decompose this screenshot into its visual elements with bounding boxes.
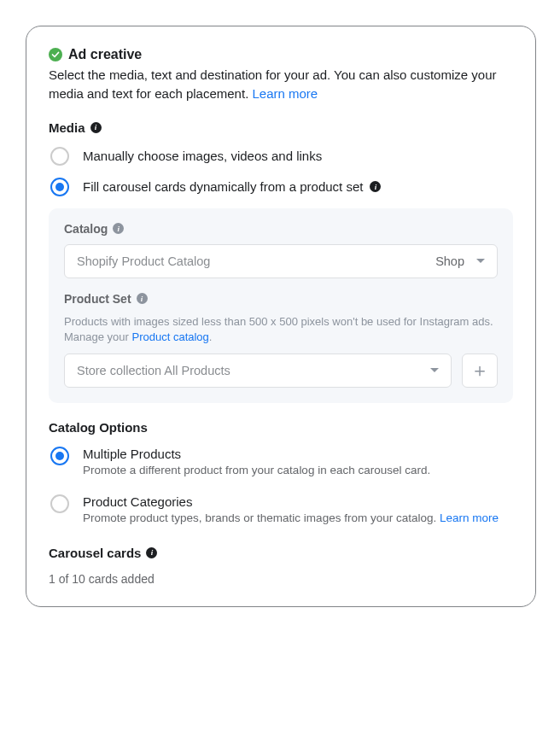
catalog-select[interactable]: Shopify Product Catalog Shop bbox=[64, 244, 498, 278]
carousel-cards-label: Carousel cards i bbox=[49, 546, 513, 560]
catalog-option-content: Multiple Products Promote a different pr… bbox=[83, 447, 513, 479]
panel-description: Select the media, text and destination f… bbox=[49, 66, 513, 103]
catalog-option-categories-desc-text: Promote product types, brands or themati… bbox=[83, 511, 440, 524]
radio-button[interactable] bbox=[50, 147, 69, 166]
media-option-manual[interactable]: Manually choose images, videos and links bbox=[49, 147, 513, 166]
catalog-option-multiple-desc: Promote a different product from your ca… bbox=[83, 463, 513, 479]
plus-icon: ＋ bbox=[470, 358, 489, 383]
carousel-cards-label-text: Carousel cards bbox=[49, 546, 141, 560]
product-set-row: Store collection All Products ＋ bbox=[64, 354, 498, 388]
info-icon[interactable]: i bbox=[370, 181, 381, 192]
media-option-dynamic-text: Fill carousel cards dynamically from a p… bbox=[83, 179, 363, 194]
panel-title: Ad creative bbox=[68, 47, 142, 62]
catalog-badge: Shop bbox=[435, 254, 464, 268]
product-set-label: Product Set i bbox=[64, 292, 498, 306]
ad-creative-panel: Ad creative Select the media, text and d… bbox=[26, 26, 536, 607]
product-set-description: Products with images sized less than 500… bbox=[64, 314, 498, 345]
info-icon[interactable]: i bbox=[113, 223, 124, 234]
media-option-manual-label: Manually choose images, videos and links bbox=[83, 149, 322, 163]
info-icon[interactable]: i bbox=[146, 547, 157, 558]
learn-more-link[interactable]: Learn more bbox=[440, 511, 499, 524]
product-set-label-text: Product Set bbox=[64, 292, 131, 306]
catalog-select-right: Shop bbox=[435, 254, 485, 268]
catalog-option-categories-desc: Promote product types, brands or themati… bbox=[83, 511, 513, 527]
catalog-select-value: Shopify Product Catalog bbox=[77, 254, 210, 268]
media-label-text: Media bbox=[49, 120, 85, 135]
chevron-down-icon bbox=[430, 368, 439, 372]
product-catalog-link[interactable]: Product catalog bbox=[132, 330, 209, 343]
check-circle-icon bbox=[49, 48, 62, 61]
add-product-set-button[interactable]: ＋ bbox=[462, 354, 498, 388]
catalog-option-multiple-title: Multiple Products bbox=[83, 447, 513, 461]
catalog-option-categories-title: Product Categories bbox=[83, 494, 513, 509]
product-set-select[interactable]: Store collection All Products bbox=[64, 354, 452, 388]
radio-button[interactable] bbox=[50, 494, 69, 513]
media-label: Media i bbox=[49, 120, 513, 135]
carousel-cards-status: 1 of 10 cards added bbox=[49, 572, 513, 586]
product-set-desc-prefix: Products with images sized less than 500… bbox=[64, 315, 493, 343]
chevron-down-icon bbox=[476, 259, 485, 263]
catalog-label: Catalog i bbox=[64, 222, 498, 236]
product-set-select-value: Store collection All Products bbox=[77, 364, 230, 377]
media-option-dynamic-label: Fill carousel cards dynamically from a p… bbox=[83, 179, 381, 194]
catalog-option-multiple[interactable]: Multiple Products Promote a different pr… bbox=[49, 447, 513, 479]
catalog-option-categories[interactable]: Product Categories Promote product types… bbox=[49, 494, 513, 527]
info-icon[interactable]: i bbox=[90, 122, 102, 133]
catalog-subsection: Catalog i Shopify Product Catalog Shop P… bbox=[49, 208, 513, 403]
media-option-dynamic[interactable]: Fill carousel cards dynamically from a p… bbox=[49, 178, 513, 196]
catalog-options-label: Catalog Options bbox=[49, 420, 513, 435]
catalog-option-content: Product Categories Promote product types… bbox=[83, 494, 513, 527]
radio-button[interactable] bbox=[50, 447, 69, 465]
info-icon[interactable]: i bbox=[137, 293, 148, 304]
learn-more-link[interactable]: Learn more bbox=[252, 86, 318, 101]
panel-header: Ad creative bbox=[49, 47, 513, 62]
catalog-label-text: Catalog bbox=[64, 222, 108, 236]
catalog-options-label-text: Catalog Options bbox=[49, 420, 148, 435]
product-set-desc-suffix: . bbox=[209, 330, 213, 343]
radio-button[interactable] bbox=[50, 178, 69, 196]
